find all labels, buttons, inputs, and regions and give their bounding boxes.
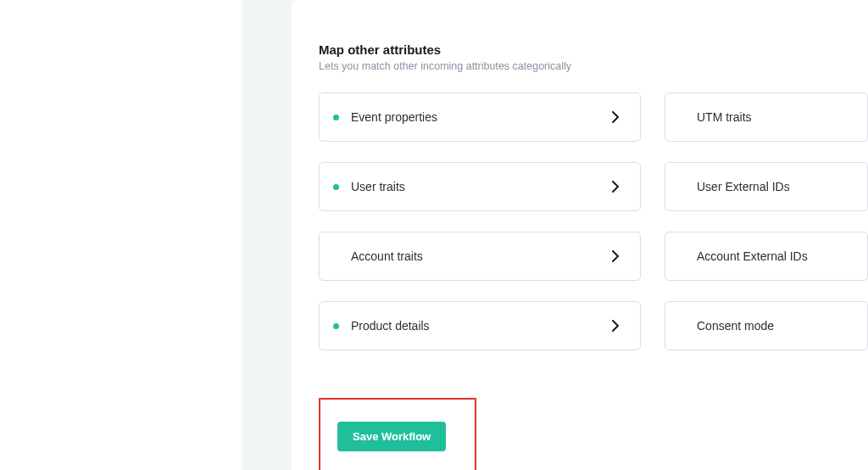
attr-label: UTM traits [697,110,850,124]
status-dot-placeholder [679,323,685,329]
attr-card-user-external-ids[interactable]: User External IDs [665,162,868,211]
chevron-right-icon [608,249,623,264]
status-dot-placeholder [679,254,685,260]
attr-label: Product details [351,319,608,333]
save-workflow-button[interactable]: Save Workflow [337,422,446,451]
section-title: Map other attributes [319,42,868,57]
status-dot-placeholder [679,115,685,120]
status-dot-icon [333,184,339,190]
left-panel [0,0,242,470]
status-dot-placeholder [679,184,685,190]
attr-card-account-traits[interactable]: Account traits [319,232,641,281]
attr-label: User traits [351,180,608,193]
status-dot-placeholder [333,254,339,260]
attr-card-account-external-ids[interactable]: Account External IDs [665,232,868,281]
attr-card-utm-traits[interactable]: UTM traits [665,92,868,142]
attr-label: Event properties [351,110,608,124]
attributes-column-right: UTM traits User External IDs Account Ext… [665,92,868,350]
chevron-right-icon [608,179,623,194]
attr-label: User External IDs [697,180,850,193]
section-subtitle: Lets you match other incoming attributes… [319,60,868,72]
status-dot-icon [333,115,339,120]
attr-card-event-properties[interactable]: Event properties [319,92,641,142]
attr-card-consent-mode[interactable]: Consent mode [665,301,868,350]
status-dot-icon [333,323,339,329]
attr-card-product-details[interactable]: Product details [319,301,641,350]
attributes-grid: Event properties User traits Account tra… [319,92,868,350]
content-background: Map other attributes Lets you match othe… [242,0,868,470]
attr-label: Account traits [351,249,608,263]
attributes-column-left: Event properties User traits Account tra… [319,92,641,350]
attr-label: Account External IDs [697,249,850,263]
save-highlight-box: Save Workflow [319,398,476,470]
chevron-right-icon [608,318,623,333]
attr-card-user-traits[interactable]: User traits [319,162,641,211]
attr-label: Consent mode [697,319,850,333]
chevron-right-icon [608,109,623,125]
main-card: Map other attributes Lets you match othe… [292,0,868,470]
